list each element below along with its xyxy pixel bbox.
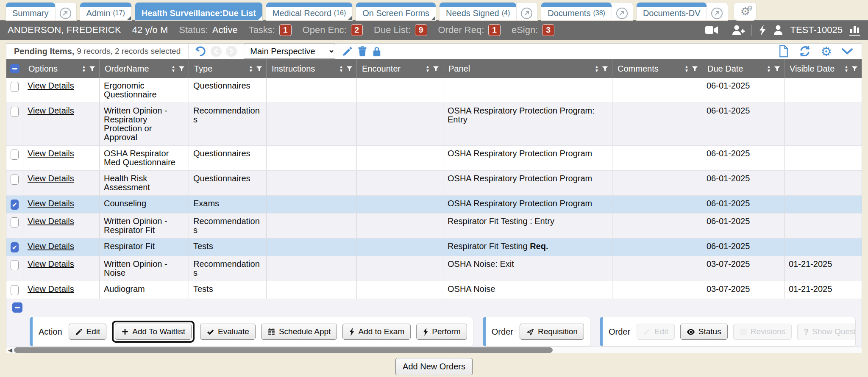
evaluate-button[interactable]: Evaluate — [200, 324, 256, 340]
filter-funnel-icon[interactable] — [432, 65, 440, 72]
filter-funnel-icon[interactable] — [346, 65, 353, 72]
nav-left-icon[interactable] — [211, 46, 222, 57]
counter-badge[interactable]: 3 — [542, 24, 554, 36]
table-row: View DetailsWritten Opinion - NoiseRecom… — [6, 256, 862, 281]
tab-summary[interactable]: Summary — [6, 3, 76, 20]
bar-chart-icon[interactable] — [849, 25, 860, 36]
column-header-due_date[interactable]: Due Date▲▼ — [702, 59, 785, 78]
row-checkbox[interactable] — [11, 260, 19, 270]
pencil-icon[interactable] — [342, 46, 353, 57]
counter-badge[interactable]: 9 — [415, 24, 427, 36]
sort-icon[interactable]: ▲▼ — [595, 65, 599, 72]
chevron-down-icon[interactable] — [841, 47, 853, 55]
lightning-icon[interactable] — [759, 25, 766, 36]
trash-icon[interactable] — [357, 46, 367, 57]
select-all-checkbox[interactable] — [12, 302, 22, 313]
counter-badge[interactable]: 1 — [279, 24, 292, 36]
view-details-link[interactable]: View Details — [28, 106, 74, 115]
tab-documents[interactable]: Documents(38) — [541, 3, 633, 20]
add-to-exam-button[interactable]: Add to Exam — [342, 324, 411, 340]
header-select-checkbox[interactable] — [10, 64, 19, 73]
popout-icon[interactable] — [612, 3, 633, 20]
row-checkbox[interactable]: ✔ — [11, 200, 19, 210]
popout-icon[interactable] — [55, 3, 76, 20]
view-details-link[interactable]: View Details — [28, 149, 74, 158]
sort-icon[interactable]: ▲▼ — [339, 65, 343, 72]
row-checkbox[interactable] — [11, 175, 19, 185]
add-new-orders-button[interactable]: Add New Orders — [395, 358, 473, 375]
scrollbar-thumb[interactable] — [14, 347, 553, 353]
view-details-link[interactable]: View Details — [28, 284, 74, 294]
counter-badge[interactable]: 2 — [351, 24, 363, 36]
undo-icon[interactable] — [195, 45, 206, 57]
cell-order_name: Written Opinion - Respirator Fit — [100, 213, 189, 238]
sort-icon[interactable]: ▲▼ — [767, 65, 771, 72]
sort-icon[interactable]: ▲▼ — [171, 65, 175, 72]
row-checkbox[interactable] — [11, 217, 19, 227]
column-header-type[interactable]: Type▲▼ — [189, 59, 267, 78]
question-icon: ? — [804, 327, 809, 337]
horizontal-scrollbar[interactable]: ◀ — [6, 347, 862, 353]
sort-icon[interactable]: ▲▼ — [844, 65, 849, 72]
filter-funnel-icon[interactable] — [89, 65, 96, 72]
sort-icon[interactable]: ▲▼ — [249, 65, 253, 72]
view-details-link[interactable]: View Details — [28, 216, 74, 226]
schedule-appt-button[interactable]: Schedule Appt — [261, 324, 337, 340]
video-camera-icon[interactable] — [705, 25, 718, 35]
tab-admin[interactable]: Admin(17) — [80, 3, 131, 20]
column-header-encounter[interactable]: Encounter▲▼ — [357, 59, 443, 78]
sort-icon[interactable]: ▲▼ — [82, 65, 86, 72]
cell-comments — [612, 78, 702, 103]
tab-on-screen-forms[interactable]: On Screen Forms — [356, 3, 436, 20]
row-checkbox[interactable] — [11, 285, 19, 295]
filter-funnel-icon[interactable] — [691, 65, 698, 72]
tab-needs-signed[interactable]: Needs Signed(4) — [440, 3, 537, 20]
status-button[interactable]: Status — [680, 324, 728, 340]
nav-right-icon[interactable] — [226, 46, 237, 57]
person-icon[interactable] — [773, 25, 783, 35]
perspective-select[interactable]: Main Perspective — [244, 44, 335, 59]
view-details-link[interactable]: View Details — [28, 199, 74, 208]
filter-funnel-icon[interactable] — [601, 65, 609, 72]
view-details-link[interactable]: View Details — [28, 174, 74, 183]
column-header-options[interactable]: Options▲▼ — [23, 59, 100, 78]
filter-funnel-icon[interactable] — [851, 65, 858, 72]
filter-funnel-icon[interactable] — [773, 65, 781, 72]
view-details-link[interactable]: View Details — [28, 81, 74, 90]
refresh-icon[interactable] — [798, 45, 811, 57]
cell-panel: OSHA Respiratory Protection Program — [443, 146, 612, 170]
gear-icon[interactable]: ⚙ — [821, 44, 832, 59]
column-header-panel[interactable]: Panel▲▼ — [443, 59, 612, 78]
column-header-order_name[interactable]: OrderName▲▼ — [100, 59, 189, 78]
edit-button[interactable]: Edit — [69, 324, 107, 340]
person-add-icon[interactable] — [732, 25, 745, 35]
sort-icon[interactable]: ▲▼ — [426, 65, 430, 72]
lock-icon[interactable] — [372, 46, 382, 57]
cell-instructions — [267, 238, 357, 256]
filter-funnel-icon[interactable] — [256, 65, 263, 72]
tab-documents-dv[interactable]: Documents-DV — [637, 3, 728, 20]
add-to-waitlist-button[interactable]: Add To Waitlist — [115, 324, 192, 340]
counter-badge[interactable]: 1 — [488, 24, 501, 36]
view-details-link[interactable]: View Details — [28, 241, 74, 251]
sort-icon[interactable]: ▲▼ — [684, 65, 689, 72]
tab-health-surveillance-due-list[interactable]: Health Surveillance:Due List — [135, 3, 262, 20]
column-header-comments[interactable]: Comments▲▼ — [612, 59, 702, 78]
row-checkbox[interactable] — [11, 82, 19, 92]
row-checkbox[interactable] — [11, 107, 19, 117]
scroll-left-arrow[interactable]: ◀ — [6, 347, 14, 353]
row-checkbox[interactable]: ✔ — [11, 242, 19, 252]
view-details-link[interactable]: View Details — [28, 259, 74, 269]
requisition-button[interactable]: Requisition — [520, 324, 584, 340]
column-header-visible_date[interactable]: Visible Date▲▼ — [785, 59, 862, 78]
column-header-instructions[interactable]: Instructions▲▼ — [267, 59, 357, 78]
new-document-icon[interactable] — [778, 45, 789, 58]
filter-funnel-icon[interactable] — [178, 65, 185, 72]
perform-button[interactable]: Perform — [416, 324, 467, 340]
row-checkbox[interactable] — [11, 150, 19, 160]
tab-settings-gears-icon[interactable]: ⚙⚙ — [734, 3, 756, 20]
select-all-header[interactable] — [6, 59, 23, 78]
tab-medical-record[interactable]: Medical Record(16) — [266, 3, 352, 20]
popout-icon[interactable] — [516, 3, 537, 20]
popout-icon[interactable] — [707, 3, 728, 20]
